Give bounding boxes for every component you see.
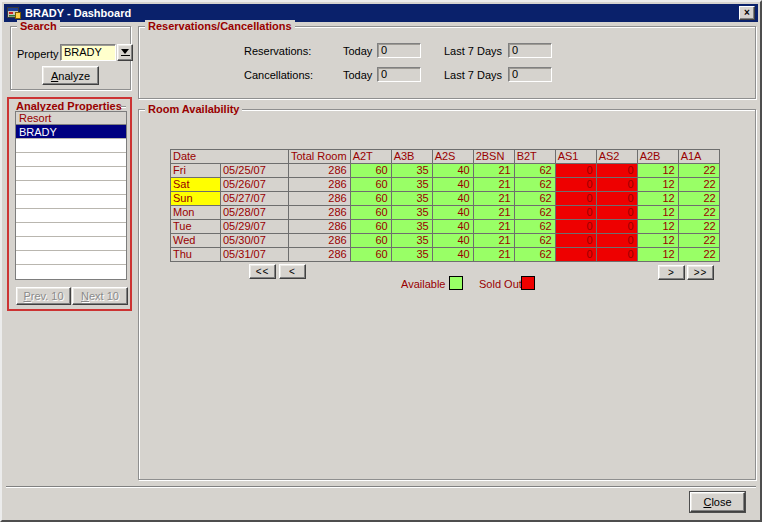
list-item-empty[interactable] xyxy=(16,195,126,209)
availability-cell: 0 xyxy=(555,234,596,248)
list-item-empty[interactable] xyxy=(16,181,126,195)
dropdown-arrow-icon[interactable] xyxy=(117,44,133,61)
last-7-days-label: Last 7 Days xyxy=(444,45,502,57)
search-group: Search Property BRADY Analyze xyxy=(10,26,131,90)
reservations-today-field[interactable]: 0 xyxy=(377,43,421,58)
list-item-empty[interactable] xyxy=(16,237,126,251)
col-header-b2t: B2T xyxy=(514,150,555,164)
dropdown-bar xyxy=(121,55,130,56)
col-header-a2s: A2S xyxy=(432,150,473,164)
availability-row: Sun05/27/072866035402162001222 xyxy=(171,192,720,206)
total-room-cell: 286 xyxy=(289,248,351,262)
date-cell: 05/31/07 xyxy=(221,248,289,262)
cancellations-last7-field[interactable]: 0 xyxy=(508,67,552,82)
list-item-empty[interactable] xyxy=(16,139,126,153)
page-first-button[interactable]: << xyxy=(249,264,276,279)
day-cell: Mon xyxy=(171,206,221,220)
prev-10-button[interactable]: Prev. 10 xyxy=(16,287,71,305)
total-room-cell: 286 xyxy=(289,206,351,220)
reservations-last7-field[interactable]: 0 xyxy=(508,43,552,58)
date-cell: 05/27/07 xyxy=(221,192,289,206)
availability-cell: 12 xyxy=(637,164,678,178)
availability-cell: 60 xyxy=(350,234,391,248)
titlebar[interactable]: BRADY - Dashboard × xyxy=(4,4,758,22)
property-combo-field[interactable]: BRADY xyxy=(60,44,116,61)
availability-cell: 12 xyxy=(637,206,678,220)
col-header-a2b: A2B xyxy=(637,150,678,164)
resort-list: Resort BRADY xyxy=(15,111,127,280)
availability-cell: 0 xyxy=(596,248,637,262)
property-label: Property xyxy=(17,48,59,60)
availability-row: Mon05/28/072866035402162001222 xyxy=(171,206,720,220)
availability-cell: 60 xyxy=(350,192,391,206)
sold-out-swatch-icon xyxy=(521,276,535,290)
availability-cell: 62 xyxy=(514,178,555,192)
analyzed-properties-group: Analyzed Properties Resort BRADY Prev. 1… xyxy=(7,97,132,311)
availability-cell: 0 xyxy=(555,220,596,234)
availability-cell: 22 xyxy=(678,220,719,234)
availability-cell: 60 xyxy=(350,248,391,262)
availability-cell: 12 xyxy=(637,234,678,248)
availability-cell: 22 xyxy=(678,206,719,220)
availability-cell: 22 xyxy=(678,234,719,248)
table-head: DateTotal RoomA2TA3BA2S2BSNB2TAS1AS2A2BA… xyxy=(171,150,720,164)
resort-list-body xyxy=(16,139,126,279)
col-header-2bsn: 2BSN xyxy=(473,150,514,164)
list-item-empty[interactable] xyxy=(16,251,126,265)
close-x-icon[interactable]: × xyxy=(739,6,755,20)
availability-cell: 12 xyxy=(637,178,678,192)
group-etch-line xyxy=(121,106,126,108)
availability-cell: 0 xyxy=(596,164,637,178)
day-cell: Thu xyxy=(171,248,221,262)
date-cell: 05/29/07 xyxy=(221,220,289,234)
availability-cell: 22 xyxy=(678,248,719,262)
next-10-button[interactable]: Next 10 xyxy=(72,287,128,305)
close-button[interactable]: Close xyxy=(690,492,745,512)
availability-cell: 40 xyxy=(432,220,473,234)
available-swatch-icon xyxy=(449,276,463,290)
availability-cell: 21 xyxy=(473,234,514,248)
total-room-cell: 286 xyxy=(289,164,351,178)
availability-row: Tue05/29/072866035402162001222 xyxy=(171,220,720,234)
availability-cell: 35 xyxy=(391,220,432,234)
total-room-cell: 286 xyxy=(289,178,351,192)
list-item-resort[interactable]: BRADY xyxy=(16,125,126,139)
reservations-group: Reservations/Cancellations Reservations:… xyxy=(138,26,756,99)
app-form-icon xyxy=(7,6,21,20)
reservations-group-title: Reservations/Cancellations xyxy=(145,20,295,32)
analyze-button[interactable]: Analyze xyxy=(42,66,99,85)
footer-divider xyxy=(6,486,756,488)
sold-out-legend-label: Sold Out xyxy=(479,278,522,290)
availability-cell: 12 xyxy=(637,192,678,206)
availability-cell: 62 xyxy=(514,206,555,220)
col-header-as2: AS2 xyxy=(596,150,637,164)
dropdown-triangle xyxy=(121,49,129,54)
list-item-empty[interactable] xyxy=(16,153,126,167)
list-item-empty[interactable] xyxy=(16,265,126,279)
availability-cell: 62 xyxy=(514,248,555,262)
col-header-a1a: A1A xyxy=(678,150,719,164)
availability-cell: 62 xyxy=(514,234,555,248)
cancellations-label: Cancellations: xyxy=(244,69,313,81)
availability-cell: 21 xyxy=(473,164,514,178)
availability-cell: 40 xyxy=(432,192,473,206)
cancellations-today-field[interactable]: 0 xyxy=(377,67,421,82)
list-item-empty[interactable] xyxy=(16,209,126,223)
page-prev-button[interactable]: < xyxy=(279,264,306,279)
list-item-empty[interactable] xyxy=(16,167,126,181)
col-header-a2t: A2T xyxy=(350,150,391,164)
availability-cell: 21 xyxy=(473,206,514,220)
availability-row: Fri05/25/072866035402162001222 xyxy=(171,164,720,178)
reservations-label: Reservations: xyxy=(244,45,311,57)
availability-cell: 12 xyxy=(637,220,678,234)
availability-cell: 35 xyxy=(391,178,432,192)
table-header-row: DateTotal RoomA2TA3BA2S2BSNB2TAS1AS2A2BA… xyxy=(171,150,720,164)
search-group-title: Search xyxy=(17,20,60,32)
page-last-button[interactable]: >> xyxy=(687,265,714,280)
last-7-days-label: Last 7 Days xyxy=(444,69,502,81)
col-header-date: Date xyxy=(171,150,289,164)
page-next-button[interactable]: > xyxy=(658,265,685,280)
available-legend-label: Available xyxy=(401,278,445,290)
availability-cell: 62 xyxy=(514,192,555,206)
list-item-empty[interactable] xyxy=(16,223,126,237)
